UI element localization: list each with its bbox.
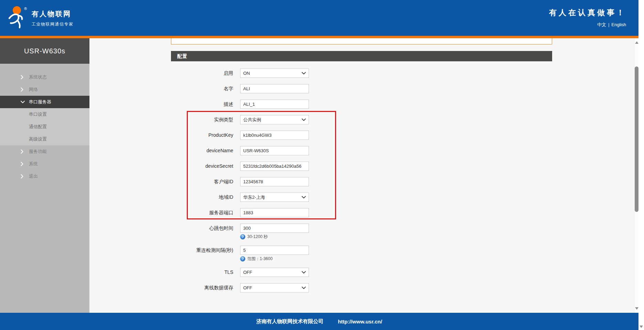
sidebar-item-logout[interactable]: 退出: [0, 170, 89, 183]
select-enable[interactable]: ON: [240, 69, 309, 78]
scrollbar-thumb[interactable]: [635, 66, 638, 212]
sidebar-item-serial-settings[interactable]: 串口设置: [0, 108, 89, 121]
chevron-right-icon: [21, 162, 23, 166]
sidebar-item-label: 服务功能: [29, 149, 47, 154]
select-tls[interactable]: OFF: [240, 268, 309, 277]
input-device-secret[interactable]: [240, 162, 309, 171]
browser-scrollbar-strip: [638, 0, 644, 330]
sidebar-item-advanced-settings[interactable]: 高级设置: [0, 133, 89, 145]
header-slogan: 有人在认真做事！: [549, 8, 626, 18]
field-control: ON: [240, 69, 316, 78]
field-row-tls: TLS OFF: [171, 268, 552, 277]
field-row-reconnect-interval: 重连检测间隔(秒) ?范围：1-3600: [171, 246, 552, 261]
chevron-down-icon: [21, 101, 25, 103]
chevron-down-icon: [302, 72, 306, 75]
field-row-product-key: ProductKey: [171, 131, 552, 140]
field-label-enable: 启用: [171, 69, 233, 78]
sidebar-item-network[interactable]: 网络: [0, 83, 89, 96]
previous-section-box: [171, 38, 552, 44]
lang-english-link[interactable]: English: [611, 22, 626, 27]
sidebar: USR-W630s 系统状态网络串口服务器串口设置通信配置高级设置服务功能系统退…: [0, 38, 89, 313]
lang-chinese-link[interactable]: 中文: [597, 22, 606, 27]
field-label-device-name: deviceName: [171, 146, 233, 155]
brand-title: 有人物联网: [32, 9, 74, 19]
field-row-offline-cache: 离线数据缓存 OFF: [171, 283, 552, 292]
field-label-description: 描述: [171, 100, 233, 109]
sidebar-item-system-status[interactable]: 系统状态: [0, 71, 89, 83]
sidebar-item-label: 串口设置: [29, 112, 47, 117]
scroll-up-arrow-icon[interactable]: [635, 41, 638, 44]
input-description[interactable]: [240, 100, 309, 109]
question-help-icon: ?: [240, 234, 245, 239]
section-header: 配置: [171, 51, 552, 61]
input-device-name[interactable]: [240, 146, 309, 155]
browser-scroll-down-arrow-icon[interactable]: [640, 326, 643, 328]
field-label-heartbeat-time: 心跳包时间: [171, 224, 233, 239]
footer-url-link[interactable]: http://www.usr.cn/: [338, 319, 382, 324]
field-label-server-port: 服务器端口: [171, 208, 233, 217]
field-control: [240, 177, 316, 186]
sidebar-item-comm-config[interactable]: 通信配置: [0, 121, 89, 133]
field-control: [240, 146, 316, 155]
orange-divider: [0, 36, 638, 38]
field-label-region-id: 地域ID: [171, 193, 233, 202]
scroll-down-arrow-icon[interactable]: [635, 307, 638, 310]
field-control: OFF: [240, 283, 316, 292]
field-control: [240, 131, 316, 140]
chevron-right-icon: [21, 75, 23, 79]
field-label-name: 名字: [171, 84, 233, 93]
sidebar-item-label: 串口服务器: [29, 99, 51, 104]
field-control: [240, 84, 316, 93]
chevron-down-icon: [302, 118, 306, 121]
field-row-description: 描述: [171, 100, 552, 109]
sidebar-item-service-functions[interactable]: 服务功能: [0, 145, 89, 158]
hint-text: 30-1200 秒: [247, 234, 268, 240]
usr-logo-icon: ®: [8, 6, 29, 30]
field-row-device-secret: deviceSecret: [171, 162, 552, 171]
sidebar-item-system[interactable]: 系统: [0, 158, 89, 170]
field-row-server-port: 服务器端口: [171, 208, 552, 217]
field-control: ?30-1200 秒: [240, 224, 316, 239]
field-control: ?范围：1-3600: [240, 246, 316, 261]
field-row-instance-type: 实例类型 公共实例: [171, 115, 552, 124]
brand-subtitle: 工业物联网通信专家: [32, 21, 74, 27]
sidebar-item-label: 系统状态: [29, 74, 47, 80]
select-offline-cache[interactable]: OFF: [240, 283, 309, 292]
field-control: [240, 162, 316, 171]
device-title: USR-W630s: [0, 38, 89, 64]
input-client-id[interactable]: [240, 177, 309, 186]
sidebar-item-label: 网络: [29, 87, 38, 92]
select-instance-type[interactable]: 公共实例: [240, 115, 309, 124]
field-control: [240, 208, 316, 217]
sidebar-menu: 系统状态网络串口服务器串口设置通信配置高级设置服务功能系统退出: [0, 64, 89, 183]
field-group-aliyun-params: 实例类型 公共实例 ProductKey deviceName deviceSe…: [171, 115, 552, 217]
field-control: 华东2-上海: [240, 193, 316, 202]
field-hint-reconnect-interval: ?范围：1-3600: [240, 256, 316, 261]
field-label-product-key: ProductKey: [171, 131, 233, 140]
sidebar-item-serial-server[interactable]: 串口服务器: [0, 96, 89, 108]
field-control: 公共实例: [240, 115, 316, 124]
chevron-down-icon: [302, 287, 306, 289]
input-server-port[interactable]: [240, 208, 309, 217]
sidebar-item-label: 高级设置: [29, 136, 47, 142]
select-region-id[interactable]: 华东2-上海: [240, 193, 309, 202]
input-name[interactable]: [240, 84, 309, 93]
chevron-right-icon: [21, 87, 23, 92]
brand-block: 有人物联网 工业物联网通信专家: [32, 9, 74, 27]
chevron-down-icon: [302, 271, 306, 274]
content-scrollbar: [634, 38, 638, 313]
input-reconnect-interval[interactable]: [240, 246, 309, 255]
field-hint-heartbeat-time: ?30-1200 秒: [240, 234, 316, 239]
input-heartbeat-time[interactable]: [240, 224, 309, 233]
field-row-device-name: deviceName: [171, 146, 552, 155]
form-groups: 启用 ON 名字 描述 实例类型 公共实例 ProductKey deviceN…: [171, 69, 552, 299]
lang-divider: |: [608, 22, 609, 27]
input-product-key[interactable]: [240, 131, 309, 140]
field-control: OFF: [240, 268, 316, 277]
chevron-down-icon: [302, 196, 306, 199]
chevron-right-icon: [21, 174, 23, 178]
language-switcher: 中文|English: [549, 22, 626, 28]
hint-text: 范围：1-3600: [247, 256, 272, 262]
footer-company: 济南有人物联网技术有限公司: [256, 318, 323, 325]
sidebar-item-label: 退出: [29, 174, 38, 179]
